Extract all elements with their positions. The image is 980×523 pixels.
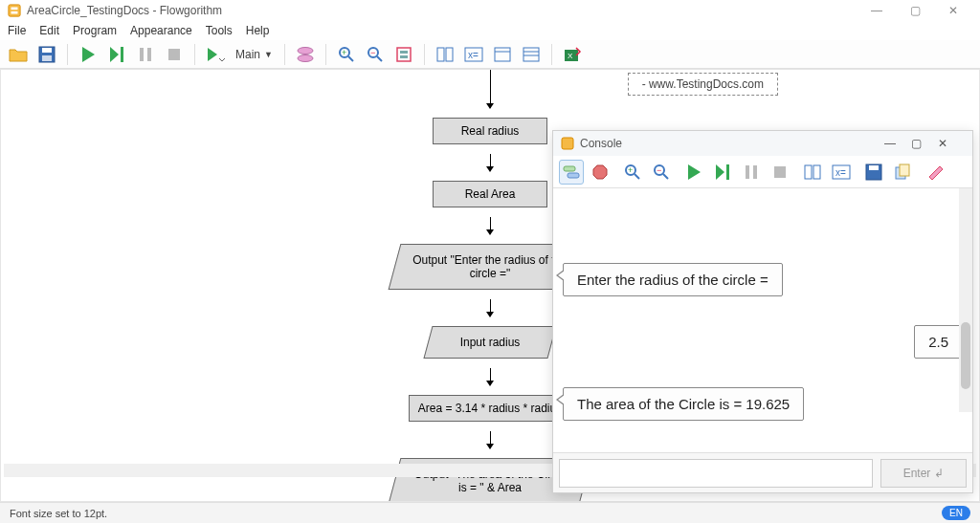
- console-copy-button[interactable]: [890, 160, 915, 185]
- maximize-button[interactable]: ▢: [896, 0, 934, 21]
- status-bar: Font size set to 12pt. EN: [0, 502, 980, 523]
- svg-text:+: +: [342, 48, 346, 57]
- main-toolbar: Main▼ + − x= X: [0, 40, 980, 69]
- svg-rect-9: [168, 49, 180, 60]
- svg-rect-7: [140, 48, 144, 61]
- console-input-field[interactable]: [559, 459, 873, 488]
- run-speed-button[interactable]: [203, 42, 228, 67]
- node-input-radius[interactable]: Input radius: [428, 326, 552, 359]
- svg-rect-1: [11, 8, 18, 11]
- svg-text:−: −: [657, 165, 661, 175]
- language-indicator[interactable]: EN: [942, 506, 970, 520]
- svg-rect-0: [9, 5, 20, 16]
- node-assign-area[interactable]: Area = 3.14 * radius * radius: [409, 395, 571, 422]
- svg-line-13: [348, 56, 353, 61]
- menubar: File Edit Program Appearance Tools Help: [0, 21, 980, 40]
- console-save-button[interactable]: [861, 160, 886, 185]
- console-run-button[interactable]: [681, 160, 706, 185]
- menu-appearance[interactable]: Appearance: [130, 24, 192, 37]
- svg-rect-53: [900, 164, 909, 176]
- svg-rect-47: [813, 165, 820, 179]
- menu-file[interactable]: File: [8, 24, 26, 37]
- svg-rect-5: [42, 55, 52, 61]
- console-minimize-button[interactable]: —: [884, 137, 911, 150]
- window2-button[interactable]: [519, 42, 544, 67]
- svg-rect-22: [446, 48, 453, 61]
- svg-line-16: [377, 56, 382, 61]
- console-vscrollbar[interactable]: [959, 188, 972, 412]
- export-button[interactable]: X: [560, 42, 585, 67]
- zoom-fit-button[interactable]: [391, 42, 416, 67]
- menu-edit[interactable]: Edit: [39, 24, 59, 37]
- shapes-button[interactable]: [293, 42, 318, 67]
- svg-text:x=: x=: [468, 50, 479, 60]
- console-input-bar: Enter ↲: [553, 452, 972, 492]
- zoom-in-button[interactable]: +: [334, 42, 359, 67]
- console-stop-button[interactable]: [588, 160, 612, 185]
- node-declare-radius[interactable]: Real radius: [433, 118, 547, 144]
- svg-point-11: [298, 54, 313, 61]
- menu-program[interactable]: Program: [73, 24, 117, 37]
- svg-text:X: X: [568, 52, 573, 60]
- layout-button[interactable]: [433, 42, 457, 67]
- svg-text:−: −: [370, 48, 375, 57]
- console-window: Console — ▢ ✕ + − x= Enter the radius of…: [552, 130, 973, 493]
- svg-rect-33: [564, 166, 575, 171]
- save-button[interactable]: [34, 42, 59, 67]
- zoom-out-button[interactable]: −: [363, 42, 388, 67]
- svg-rect-46: [805, 165, 812, 179]
- minimize-button[interactable]: —: [858, 0, 896, 21]
- console-titlebar[interactable]: Console — ▢ ✕: [553, 131, 972, 156]
- svg-rect-18: [397, 48, 411, 61]
- pause-button[interactable]: [133, 42, 158, 67]
- console-vars-button[interactable]: x=: [829, 160, 854, 185]
- console-step-button[interactable]: [710, 160, 735, 185]
- svg-rect-32: [562, 138, 573, 149]
- console-output-2: The area of the Circle is = 19.625: [563, 387, 804, 421]
- open-button[interactable]: [6, 42, 31, 67]
- svg-rect-21: [437, 48, 444, 61]
- console-zoom-out-button[interactable]: −: [649, 160, 674, 185]
- close-button[interactable]: ✕: [934, 0, 972, 21]
- svg-line-37: [635, 174, 639, 179]
- svg-rect-25: [495, 48, 510, 61]
- console-close-button[interactable]: ✕: [938, 137, 965, 150]
- svg-rect-6: [121, 47, 123, 62]
- menu-tools[interactable]: Tools: [206, 24, 233, 37]
- stop-button[interactable]: [162, 42, 187, 67]
- svg-rect-51: [869, 165, 879, 170]
- console-clear-button[interactable]: [923, 160, 947, 185]
- svg-rect-45: [774, 166, 786, 178]
- svg-rect-8: [147, 48, 151, 61]
- svg-marker-35: [593, 165, 607, 179]
- run-button[interactable]: [76, 42, 100, 67]
- console-mode-button[interactable]: [559, 160, 584, 185]
- svg-rect-20: [400, 55, 408, 58]
- console-pause-button[interactable]: [739, 160, 764, 185]
- svg-rect-2: [11, 11, 18, 14]
- console-enter-button[interactable]: Enter ↲: [880, 459, 967, 488]
- console-stop2-button[interactable]: [768, 160, 792, 185]
- svg-rect-43: [746, 165, 749, 179]
- svg-rect-4: [42, 48, 52, 53]
- console-maximize-button[interactable]: ▢: [911, 137, 938, 150]
- svg-rect-42: [726, 164, 729, 180]
- console-zoom-in-button[interactable]: +: [620, 160, 645, 185]
- window1-button[interactable]: [490, 42, 515, 67]
- svg-rect-34: [568, 173, 579, 178]
- function-selector[interactable]: Main▼: [232, 48, 277, 61]
- svg-rect-27: [523, 48, 539, 61]
- step-button[interactable]: [104, 42, 129, 67]
- app-logo-icon: [8, 4, 21, 17]
- node-declare-area[interactable]: Real Area: [433, 181, 547, 207]
- svg-rect-44: [753, 165, 757, 179]
- console-toolbar: + − x=: [553, 156, 972, 188]
- svg-point-10: [298, 47, 313, 54]
- svg-text:+: +: [628, 165, 633, 175]
- svg-text:x=: x=: [835, 167, 846, 178]
- titlebar: AreaCircle_TestingDocs - Flowgorithm — ▢…: [0, 0, 980, 21]
- menu-help[interactable]: Help: [246, 24, 270, 37]
- console-layout-button[interactable]: [800, 160, 825, 185]
- console-logo-icon: [561, 137, 574, 150]
- variables-button[interactable]: x=: [461, 42, 486, 67]
